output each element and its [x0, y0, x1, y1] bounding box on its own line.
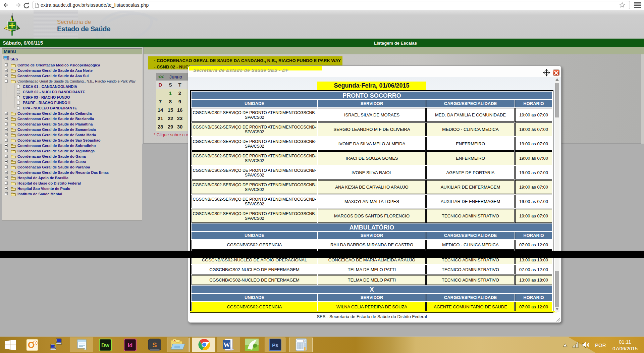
svg-text:Ps: Ps [272, 342, 278, 348]
svg-text:S: S [152, 341, 157, 349]
svg-text:0: 0 [303, 340, 305, 342]
svg-text:Dw: Dw [101, 343, 110, 348]
svg-text:Id: Id [128, 343, 132, 348]
svg-text:W: W [223, 341, 230, 349]
